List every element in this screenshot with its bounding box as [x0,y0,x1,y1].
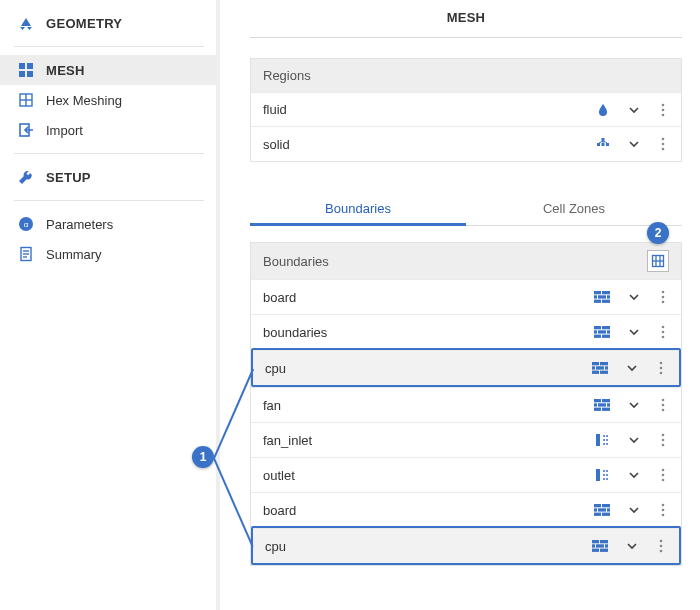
region-row-fluid[interactable]: fluid [251,93,681,127]
svg-point-25 [662,143,665,146]
fluid-icon [595,103,611,117]
nav-geometry[interactable]: GEOMETRY [0,8,216,38]
svg-rect-107 [600,549,608,552]
svg-point-108 [660,540,663,543]
solid-icon [595,137,611,151]
chevron-down-icon[interactable] [627,399,641,411]
tabs: Boundaries Cell Zones [250,192,682,226]
more-icon[interactable] [655,361,667,375]
svg-point-82 [603,470,605,472]
regions-header-label: Regions [263,68,311,83]
svg-rect-64 [598,403,606,406]
tab-cell-zones[interactable]: Cell Zones [466,192,682,225]
chevron-down-icon[interactable] [627,469,641,481]
svg-rect-43 [594,330,597,333]
nav-import[interactable]: Import [0,115,216,145]
boundaries-header-row: Boundaries [251,243,681,279]
boundary-row[interactable]: cpu [253,528,679,563]
svg-rect-1 [27,63,33,69]
svg-rect-32 [602,291,610,294]
boundaries-header-label: Boundaries [263,254,329,269]
svg-point-90 [662,479,665,482]
mesh-icon [18,62,40,78]
region-row-solid[interactable]: solid [251,127,681,161]
sidebar: GEOMETRY MESH Hex Meshing Import [0,0,220,610]
chevron-down-icon[interactable] [627,291,641,303]
svg-point-15 [662,108,665,111]
region-name: solid [263,137,595,152]
filter-button[interactable] [647,250,669,272]
boundary-row[interactable]: boundaries [251,314,681,349]
nav-setup[interactable]: SETUP [0,162,216,192]
regions-table: Regions fluid solid [250,58,682,162]
boundary-row[interactable]: board [251,279,681,314]
chevron-down-icon[interactable] [627,326,641,338]
svg-rect-31 [594,291,601,294]
svg-point-80 [662,444,665,447]
wrench-icon [18,169,40,185]
svg-point-100 [662,514,665,517]
nav-summary[interactable]: Summary [0,239,216,269]
nav-mesh[interactable]: MESH [0,55,216,85]
svg-rect-65 [607,403,610,406]
chevron-down-icon[interactable] [625,362,639,374]
boundary-row[interactable]: cpu [253,350,679,385]
import-icon [18,122,40,138]
wall-icon [591,362,609,374]
more-icon[interactable] [657,290,669,304]
svg-line-22 [599,141,603,143]
svg-point-39 [662,296,665,299]
svg-rect-97 [602,513,610,516]
more-icon[interactable] [657,103,669,117]
more-icon[interactable] [657,503,669,517]
svg-point-59 [660,367,663,370]
svg-rect-105 [605,544,608,547]
svg-point-84 [603,474,605,476]
svg-rect-2 [19,71,25,77]
chevron-down-icon[interactable] [625,540,639,552]
nav-parameters[interactable]: α Parameters [0,209,216,239]
svg-point-75 [606,439,608,441]
svg-rect-37 [602,300,610,303]
regions-header: Regions [251,59,681,93]
svg-point-77 [606,443,608,445]
svg-rect-102 [600,540,608,543]
boundary-row[interactable]: board [251,492,681,527]
boundary-row[interactable]: outlet [251,457,681,492]
chevron-down-icon[interactable] [627,104,641,116]
svg-rect-62 [602,399,610,402]
chevron-down-icon[interactable] [627,434,641,446]
boundary-row[interactable]: fan [251,387,681,422]
nav-hex-meshing[interactable]: Hex Meshing [0,85,216,115]
svg-point-72 [603,435,605,437]
document-icon [18,246,40,262]
tab-label: Cell Zones [543,201,605,216]
svg-rect-47 [602,335,610,338]
svg-point-109 [660,545,663,548]
svg-rect-95 [607,508,610,511]
more-icon[interactable] [657,325,669,339]
more-icon[interactable] [657,468,669,482]
svg-point-38 [662,291,665,294]
svg-point-58 [660,362,663,365]
svg-point-49 [662,331,665,334]
svg-rect-71 [596,434,600,446]
chevron-down-icon[interactable] [627,138,641,150]
more-icon[interactable] [657,433,669,447]
svg-point-73 [606,435,608,437]
wall-icon [593,504,611,516]
more-icon[interactable] [657,398,669,412]
svg-point-78 [662,434,665,437]
tab-label: Boundaries [325,201,391,216]
more-icon[interactable] [657,137,669,151]
boundary-name: board [263,503,593,518]
tab-boundaries[interactable]: Boundaries [250,192,466,225]
chevron-down-icon[interactable] [627,504,641,516]
svg-rect-0 [19,63,25,69]
boundary-row[interactable]: fan_inlet [251,422,681,457]
more-icon[interactable] [655,539,667,553]
nav-divider [14,200,204,201]
svg-point-70 [662,409,665,412]
svg-line-23 [603,141,607,143]
svg-rect-67 [602,408,610,411]
